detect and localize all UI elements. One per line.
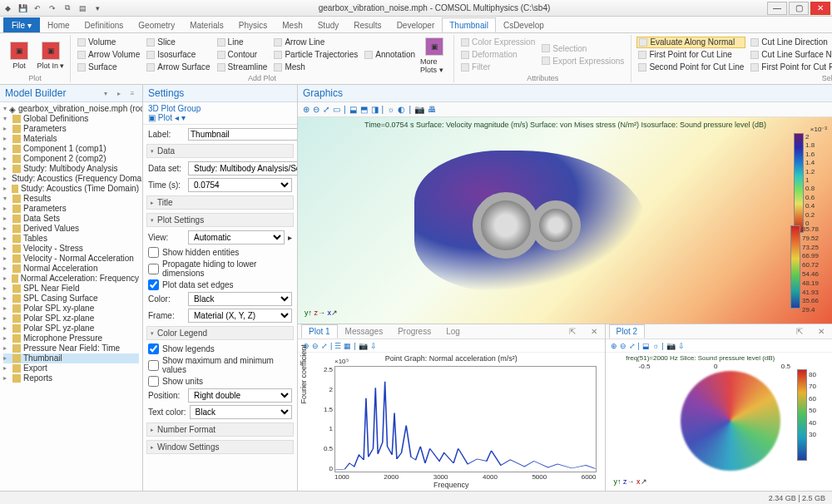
tab-thumbnail[interactable]: Thumbnail xyxy=(442,17,496,32)
plot-run-button[interactable]: ▣ Plot ◂ ▾ xyxy=(148,113,186,122)
screenshot-icon[interactable]: 📷 xyxy=(666,342,676,350)
export-icon[interactable]: ⇩ xyxy=(370,342,377,350)
view-xy-icon[interactable]: ⬓ xyxy=(349,105,357,114)
plot2-body[interactable]: freq(51)=2000 Hz Slice: Sound pressure l… xyxy=(606,353,832,491)
tree-node[interactable]: ▸Pressure Near Field: Time xyxy=(3,343,139,353)
hidden-checkbox[interactable] xyxy=(148,247,159,258)
tree-node[interactable]: ▸Parameters xyxy=(3,124,139,134)
tree-node[interactable]: ▸Data Sets xyxy=(3,214,139,224)
zoom-box-icon[interactable]: ▭ xyxy=(333,105,340,114)
tab-plot2[interactable]: Plot 2 xyxy=(609,324,646,338)
section-number-format[interactable]: ▸Number Format xyxy=(146,422,294,437)
section-window-settings[interactable]: ▸Window Settings xyxy=(146,440,294,454)
grid-icon[interactable]: ▦ xyxy=(344,342,351,350)
first-pt-cutplane-button[interactable]: First Point for Cut Plane Normal xyxy=(749,62,832,73)
edges-checkbox[interactable] xyxy=(148,279,159,290)
more-plots-button[interactable]: ▣More Plots ▾ xyxy=(420,35,448,74)
tree-node[interactable]: ▸Polar SPL xz-plane xyxy=(3,314,139,324)
textcolor-select[interactable]: Black xyxy=(190,405,292,419)
zoom-out-icon[interactable]: ⊖ xyxy=(620,342,626,350)
tree-node[interactable]: ▸Normal Acceleration: Frequency xyxy=(3,274,139,284)
label-input[interactable] xyxy=(188,128,297,141)
graphics-canvas[interactable]: Time=0.0754 s Surface: Velocity magnitud… xyxy=(298,117,832,324)
zoom-in-icon[interactable]: ⊕ xyxy=(303,105,310,114)
print-icon[interactable]: 🖶 xyxy=(428,105,436,114)
tree-node[interactable]: ▸Polar SPL xy-plane xyxy=(3,304,139,314)
tree-node[interactable]: ▸Reports xyxy=(3,373,139,383)
screenshot-icon[interactable]: 📷 xyxy=(359,342,368,350)
tab-progress[interactable]: Progress xyxy=(390,324,438,338)
slice-button[interactable]: Slice xyxy=(145,37,211,48)
tree-node[interactable]: ▸Derived Values xyxy=(3,224,139,234)
tree-node[interactable]: ▸Thumbnail xyxy=(3,353,139,363)
minimize-button[interactable]: — xyxy=(767,2,787,15)
view-yz-icon[interactable]: ◨ xyxy=(371,105,379,114)
frame-select[interactable]: Material (X, Y, Z) xyxy=(188,309,292,323)
minmax-checkbox[interactable] xyxy=(148,360,159,371)
zoom-extents-icon[interactable]: ⤢ xyxy=(629,342,636,350)
tree-node[interactable]: ▸Microphone Pressure xyxy=(3,334,139,343)
show-legends-checkbox[interactable] xyxy=(148,343,159,354)
view-xz-icon[interactable]: ⬒ xyxy=(360,105,368,114)
arrow-volume-button[interactable]: Arrow Volume xyxy=(76,49,141,61)
tab-physics[interactable]: Physics xyxy=(231,17,275,32)
tree-opts-icon[interactable]: ≡ xyxy=(127,88,137,98)
undock-icon[interactable]: ⇱ xyxy=(789,324,810,338)
cutline-dir-button[interactable]: Cut Line Direction xyxy=(749,37,832,48)
tree-node[interactable]: ▸Study: Acoustics (Time Domain) xyxy=(3,184,139,194)
position-select[interactable]: Right double xyxy=(188,388,292,403)
dropdown-icon[interactable]: ▾ xyxy=(92,2,103,14)
tree-node[interactable]: ▸Parameters xyxy=(3,204,139,214)
tree-node[interactable]: ▸Study: Acoustics (Frequency Domain) xyxy=(3,174,139,184)
dataset-select[interactable]: Study: Multibody Analysis/Solution xyxy=(188,161,297,175)
eval-along-normal-button[interactable]: Evaluate Along Normal xyxy=(636,37,745,48)
close-button[interactable]: ✕ xyxy=(810,2,830,15)
tab-materials[interactable]: Materials xyxy=(182,17,231,32)
time-select[interactable]: 0.0754 xyxy=(188,178,292,192)
zoom-extents-icon[interactable]: ⤢ xyxy=(323,105,329,114)
file-tab[interactable]: File ▾ xyxy=(3,17,40,32)
units-checkbox[interactable] xyxy=(148,376,159,387)
tree-node[interactable]: ▸Study: Multibody Analysis xyxy=(3,164,139,174)
tree-node[interactable]: ▸SPL Casing Surface xyxy=(3,294,139,304)
tab-developer[interactable]: Developer xyxy=(389,17,443,32)
tree-node[interactable]: ▸Polar SPL yz-plane xyxy=(3,324,139,334)
tab-log[interactable]: Log xyxy=(438,324,468,338)
tab-csdevelop[interactable]: CsDevelop xyxy=(496,17,552,32)
section-plot-settings[interactable]: ▾Plot Settings xyxy=(146,213,294,227)
isosurface-button[interactable]: Isosurface xyxy=(145,49,211,61)
zoom-out-icon[interactable]: ⊖ xyxy=(312,342,319,350)
surface-button[interactable]: Surface xyxy=(76,62,141,73)
section-data[interactable]: ▾Data xyxy=(146,144,294,158)
tree-node[interactable]: ▾Results xyxy=(3,194,139,204)
tab-results[interactable]: Results xyxy=(346,17,389,32)
tab-geometry[interactable]: Geometry xyxy=(131,17,182,32)
light-icon[interactable]: ☼ xyxy=(652,342,659,350)
tree-root[interactable]: ▾◈gearbox_vibration_noise.mph (root) xyxy=(3,104,139,114)
save-icon[interactable]: 💾 xyxy=(17,2,28,14)
tab-study[interactable]: Study xyxy=(310,17,347,32)
tab-home[interactable]: Home xyxy=(40,17,77,32)
screenshot-icon[interactable]: 📷 xyxy=(414,105,424,114)
zoom-out-icon[interactable]: ⊖ xyxy=(313,105,319,114)
second-pt-cutline-button[interactable]: Second Point for Cut Line xyxy=(636,62,745,73)
transparency-icon[interactable]: ◐ xyxy=(398,105,405,114)
view-select[interactable]: Automatic xyxy=(188,230,285,245)
particle-traj-button[interactable]: Particle Trajectories xyxy=(272,49,359,61)
contour-button[interactable]: Contour xyxy=(215,49,270,61)
tree-node[interactable]: ▸Export xyxy=(3,363,139,373)
collapse-icon[interactable]: ▾ xyxy=(101,88,111,98)
copy-icon[interactable]: ⧉ xyxy=(62,2,73,14)
tree-node[interactable]: ▸Materials xyxy=(3,134,139,144)
paste-icon[interactable]: ▤ xyxy=(77,2,88,14)
arrow-line-button[interactable]: Arrow Line xyxy=(272,37,359,48)
section-color-legend[interactable]: ▾Color Legend xyxy=(146,326,294,340)
tree-node[interactable]: ▾Global Definitions xyxy=(3,114,139,124)
close-panel-icon[interactable]: ✕ xyxy=(810,324,832,338)
plot1-body[interactable]: Point Graph: Normal acceleration (m/s²) … xyxy=(298,353,605,491)
plot-button[interactable]: ▣Plot xyxy=(5,35,33,74)
view-go-icon[interactable]: ▸ xyxy=(288,233,292,242)
undo-icon[interactable]: ↶ xyxy=(32,2,43,14)
export-icon[interactable]: ⇩ xyxy=(678,342,685,350)
expand-icon[interactable]: ▸ xyxy=(114,88,124,98)
